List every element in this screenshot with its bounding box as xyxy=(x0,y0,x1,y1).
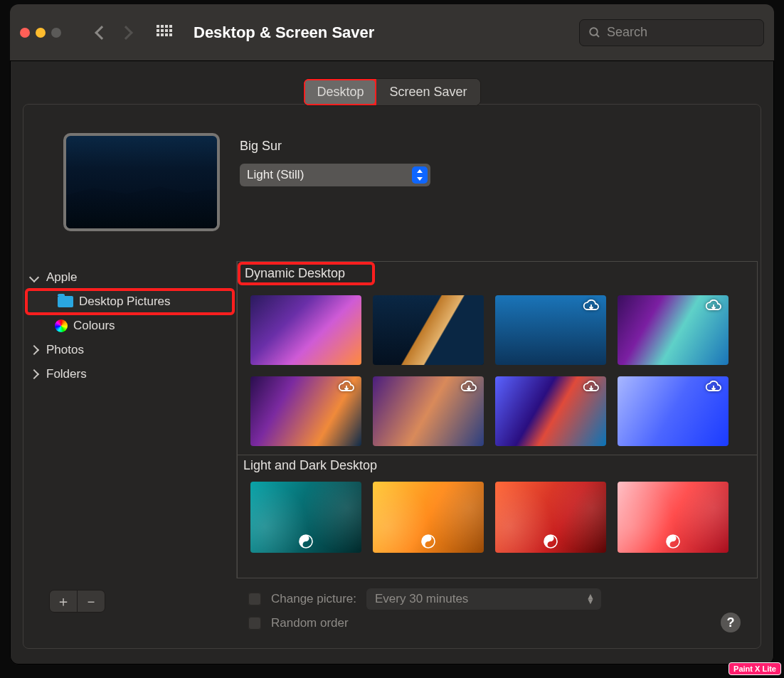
colour-wheel-icon xyxy=(55,319,68,332)
dynamic-grid xyxy=(238,284,757,455)
sidebar-label: Photos xyxy=(46,343,84,357)
app-badge: Paint X Lite xyxy=(729,662,781,675)
wallpaper-thumb[interactable] xyxy=(250,295,361,365)
wallpaper-content: Dynamic Desktop xyxy=(237,261,758,578)
chevron-right-icon xyxy=(29,345,39,355)
search-placeholder: Search xyxy=(607,25,647,40)
random-order-label: Random order xyxy=(271,616,349,630)
wallpaper-thumb[interactable] xyxy=(495,295,606,365)
tab-screensaver[interactable]: Screen Saver xyxy=(376,79,480,105)
chevron-right-icon xyxy=(29,369,39,379)
tabs-row: Desktop Screen Saver xyxy=(10,78,774,106)
dynamic-icon xyxy=(544,534,558,549)
window-controls xyxy=(20,28,61,38)
download-icon xyxy=(460,381,478,393)
change-picture-checkbox[interactable] xyxy=(248,593,261,605)
dynamic-icon xyxy=(666,534,680,549)
updown-icon xyxy=(412,166,428,184)
lightdark-grid xyxy=(238,473,757,553)
split: Apple Desktop Pictures Colours Photos Fo… xyxy=(23,261,761,578)
appearance-value: Light (Still) xyxy=(247,168,304,182)
help-button[interactable]: ? xyxy=(721,613,741,632)
dynamic-icon xyxy=(421,534,435,549)
options: Change picture: Every 30 minutes ▲▼ Rand… xyxy=(248,587,732,635)
wallpaper-thumb[interactable] xyxy=(373,295,484,365)
panel: Big Sur Light (Still) Apple Desktop Pict… xyxy=(23,104,761,649)
wallpaper-thumb[interactable] xyxy=(373,482,484,553)
interval-popup[interactable]: Every 30 minutes ▲▼ xyxy=(366,588,601,610)
download-icon xyxy=(582,381,600,393)
tab-desktop[interactable]: Desktop xyxy=(304,79,376,105)
wallpaper-thumb[interactable] xyxy=(495,376,606,446)
download-icon xyxy=(704,300,723,312)
interval-value: Every 30 minutes xyxy=(375,592,468,606)
bottom-bar: ＋ － Change picture: Every 30 minutes ▲▼ … xyxy=(23,578,761,648)
download-icon xyxy=(337,381,356,393)
section-dynamic-header: Dynamic Desktop xyxy=(239,263,374,284)
wallpaper-thumb[interactable] xyxy=(250,376,361,446)
sidebar-group-photos[interactable]: Photos xyxy=(23,338,236,362)
change-picture-row: Change picture: Every 30 minutes ▲▼ xyxy=(248,587,732,611)
minimize-button[interactable] xyxy=(36,28,46,38)
chevron-down-icon xyxy=(29,272,39,282)
wallpaper-thumb[interactable] xyxy=(618,376,729,446)
download-icon xyxy=(704,381,723,393)
show-all-button[interactable] xyxy=(157,25,172,41)
download-icon xyxy=(582,300,600,312)
wallpaper-meta: Big Sur Light (Still) xyxy=(240,133,430,186)
wallpaper-thumb[interactable] xyxy=(250,482,361,553)
add-folder-button[interactable]: ＋ xyxy=(50,590,77,612)
forward-button xyxy=(119,26,133,40)
search-field[interactable]: Search xyxy=(579,19,764,46)
zoom-button[interactable] xyxy=(51,28,61,38)
preview-row: Big Sur Light (Still) xyxy=(23,105,761,240)
wallpaper-thumb[interactable] xyxy=(495,482,606,553)
preferences-window: Desktop & Screen Saver Search Desktop Sc… xyxy=(10,4,774,664)
section-lightdark-header: Light and Dark Desktop xyxy=(238,455,757,473)
sidebar-group-folders[interactable]: Folders xyxy=(23,362,236,386)
window-title: Desktop & Screen Saver xyxy=(194,23,374,42)
sidebar-label: Colours xyxy=(73,319,115,333)
random-order-row: Random order xyxy=(248,611,732,635)
wallpaper-thumb[interactable] xyxy=(373,376,484,446)
sidebar-label: Apple xyxy=(46,270,77,285)
remove-folder-button[interactable]: － xyxy=(78,590,105,612)
titlebar: Desktop & Screen Saver Search xyxy=(10,4,774,61)
wallpaper-name: Big Sur xyxy=(240,139,430,154)
random-order-checkbox[interactable] xyxy=(248,617,261,630)
sidebar-group-apple[interactable]: Apple xyxy=(23,265,236,290)
search-icon xyxy=(588,26,601,39)
dynamic-icon xyxy=(299,534,313,549)
wallpaper-thumb[interactable] xyxy=(618,295,729,365)
back-button[interactable] xyxy=(95,26,109,40)
appearance-popup[interactable]: Light (Still) xyxy=(240,164,430,186)
desktop-preview xyxy=(63,133,220,231)
folder-icon xyxy=(58,296,73,307)
sidebar-label: Desktop Pictures xyxy=(79,295,171,309)
nav-arrows xyxy=(97,28,131,38)
wallpaper-thumb[interactable] xyxy=(618,482,729,553)
svg-line-1 xyxy=(596,34,599,37)
updown-icon: ▲▼ xyxy=(586,594,595,604)
close-button[interactable] xyxy=(20,28,30,38)
source-sidebar: Apple Desktop Pictures Colours Photos Fo… xyxy=(23,261,237,578)
sidebar-item-colours[interactable]: Colours xyxy=(23,314,236,338)
add-remove-group: ＋ － xyxy=(49,590,105,613)
change-picture-label: Change picture: xyxy=(271,592,356,606)
svg-point-0 xyxy=(590,28,598,36)
sidebar-label: Folders xyxy=(46,367,87,381)
sidebar-item-desktop-pictures[interactable]: Desktop Pictures xyxy=(26,290,233,314)
tab-group: Desktop Screen Saver xyxy=(303,78,480,106)
